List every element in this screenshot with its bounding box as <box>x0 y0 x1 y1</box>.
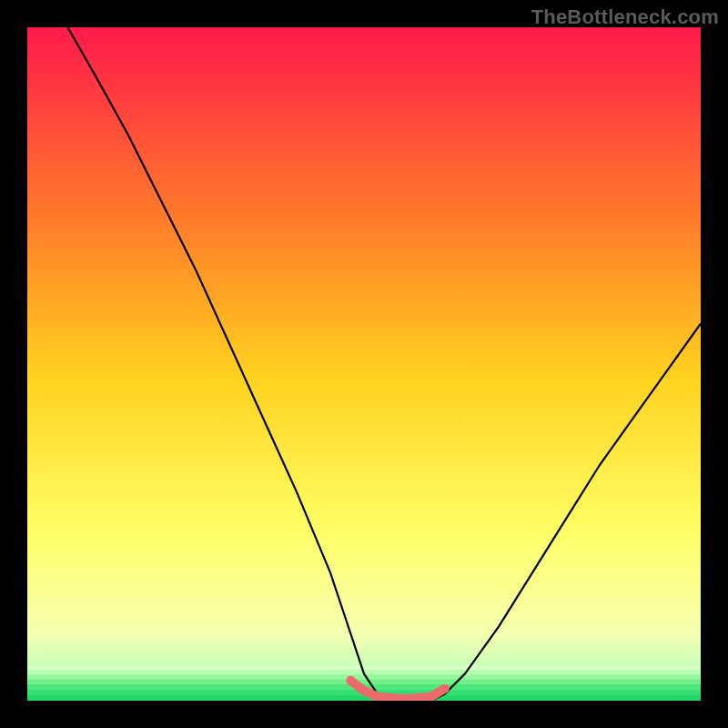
green-band <box>27 666 701 670</box>
chart-frame: TheBottleneck.com <box>0 0 728 728</box>
gradient-background <box>27 27 701 701</box>
green-band <box>27 680 701 683</box>
plot-svg <box>27 27 701 701</box>
green-band <box>27 695 701 701</box>
watermark-text: TheBottleneck.com <box>531 5 719 29</box>
plot-area <box>27 27 701 701</box>
green-band <box>27 675 701 679</box>
